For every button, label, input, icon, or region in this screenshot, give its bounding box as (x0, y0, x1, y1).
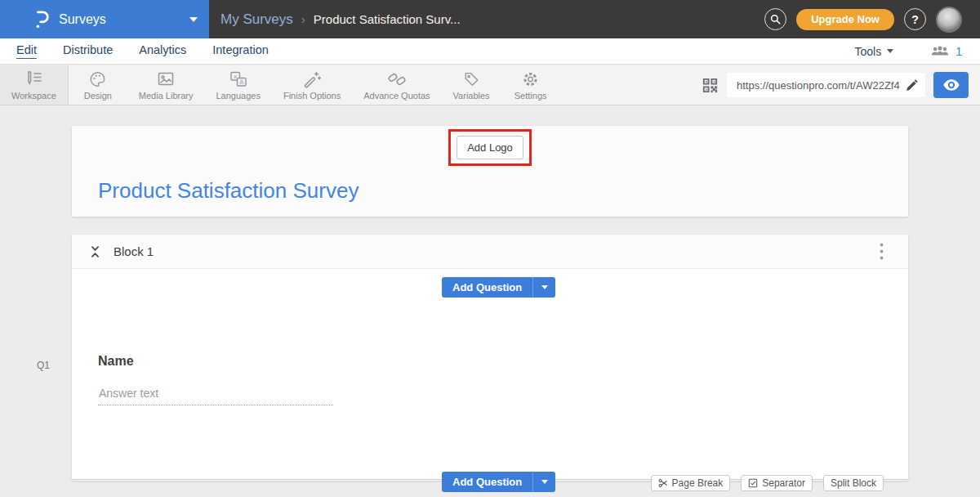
toolbar-item-design[interactable]: Design (69, 65, 127, 105)
avatar[interactable] (936, 7, 962, 33)
tab-distribute[interactable]: Distribute (63, 43, 113, 59)
translate-icon: x A (229, 70, 248, 88)
collaborators-button[interactable]: 1 (931, 45, 962, 58)
annotation-highlight-box: Add Logo (448, 129, 532, 166)
search-icon (769, 13, 782, 25)
answer-text-placeholder[interactable]: Answer text (99, 387, 158, 400)
block-header: Block 1 (72, 235, 908, 269)
chevron-down-icon (189, 17, 198, 22)
add-logo-button[interactable]: Add Logo (457, 136, 523, 159)
answer-input-line[interactable] (98, 405, 333, 405)
page-break-button[interactable]: Page Break (651, 475, 731, 491)
block-menu-button[interactable] (876, 240, 887, 263)
gear-icon (521, 70, 540, 88)
page-break-label: Page Break (672, 477, 724, 489)
page-break-icon (658, 478, 668, 488)
chevron-down-icon[interactable] (887, 49, 893, 53)
toolbar-item-languages[interactable]: x A Languages (204, 65, 271, 105)
collapse-block-button[interactable] (90, 245, 100, 258)
edit-url-button[interactable] (905, 78, 919, 92)
toolbar-item-media-library[interactable]: Media Library (127, 65, 205, 105)
add-question-button[interactable]: Add Question (442, 277, 533, 298)
chain-link-icon (387, 70, 407, 88)
toolbar-item-workspace[interactable]: Workspace (0, 65, 69, 105)
add-question-dropdown-button[interactable] (533, 277, 555, 298)
preview-button[interactable] (933, 72, 969, 98)
pencil-icon (905, 78, 919, 92)
add-question-dropdown-button[interactable] (533, 472, 555, 492)
app-name: Surveys (59, 12, 189, 27)
chevron-down-icon (541, 285, 548, 289)
block-card: Block 1 Add Question Name Answer text A (72, 235, 908, 481)
separator-label: Separator (762, 477, 805, 489)
survey-editor-canvas: Add Logo Product Satisfaction Survey Q1 … (0, 105, 980, 497)
workspace-icon (24, 70, 43, 88)
product-switcher[interactable]: Surveys (0, 0, 209, 38)
nav-tabs: Edit Distribute Analytics Integration (16, 43, 269, 59)
magic-wand-icon (302, 70, 322, 88)
toolbar-item-label: Advance Quotas (363, 91, 430, 101)
upgrade-now-button[interactable]: Upgrade Now (796, 9, 894, 30)
toolbar-item-finish-options[interactable]: Finish Options (272, 65, 352, 105)
survey-url[interactable]: https://questionpro.com/t/AW22Zf4 (737, 79, 905, 92)
survey-url-field[interactable]: https://questionpro.com/t/AW22Zf4 (727, 73, 925, 97)
section-nav: Edit Distribute Analytics Integration To… (0, 38, 980, 65)
question-number: Q1 (37, 360, 50, 371)
breadcrumb-parent[interactable]: My Surveys (220, 11, 293, 28)
qr-code-button[interactable] (702, 77, 719, 94)
toolbar-item-label: Design (84, 91, 112, 101)
block-name[interactable]: Block 1 (114, 244, 154, 258)
people-icon (931, 45, 949, 57)
svg-text:A: A (239, 78, 244, 85)
tools-dropdown[interactable]: Tools (855, 45, 882, 58)
split-block-button[interactable]: Split Block (823, 475, 884, 491)
toolbar-item-settings[interactable]: Settings (501, 65, 560, 105)
toolbar-item-label: Workspace (11, 91, 56, 101)
add-question-split-button: Add Question (442, 277, 555, 298)
nav-right: Tools 1 (855, 45, 962, 58)
block-body: Add Question Name Answer text (72, 269, 908, 480)
questionpro-logo (33, 10, 51, 29)
toolbar-right: https://questionpro.com/t/AW22Zf4 (702, 65, 980, 105)
toolbar-item-label: Languages (216, 91, 260, 101)
tag-icon (462, 70, 481, 88)
top-bar-actions: Upgrade Now ? (764, 7, 980, 33)
toolbar-item-label: Variables (453, 91, 490, 101)
kebab-menu-icon (880, 243, 884, 260)
breadcrumb-separator-icon: › (301, 12, 305, 26)
help-button[interactable]: ? (904, 8, 926, 30)
edit-toolbar: Workspace Design Media Library x (0, 65, 980, 105)
question-text[interactable]: Name (98, 354, 134, 369)
tab-analytics[interactable]: Analytics (139, 43, 186, 59)
top-bar-right: My Surveys › Product Satisfaction Surv..… (209, 0, 980, 38)
question-mark-icon: ? (911, 13, 919, 26)
collaborators-count: 1 (956, 45, 962, 58)
qr-code-icon (702, 77, 719, 94)
eye-icon (943, 79, 960, 91)
add-question-split-button: Add Question (442, 472, 555, 492)
collapse-icon (90, 245, 100, 258)
separator-button[interactable]: Separator (741, 475, 813, 491)
chevron-down-icon (541, 480, 548, 484)
search-button[interactable] (764, 8, 786, 30)
palette-icon (88, 70, 107, 88)
block-footer-buttons: Page Break Separator Split Block (651, 475, 884, 491)
toolbar-item-label: Media Library (139, 91, 194, 101)
toolbar-item-label: Finish Options (283, 91, 341, 101)
toolbar-item-variables[interactable]: Variables (442, 65, 501, 105)
split-block-label: Split Block (831, 477, 876, 489)
breadcrumb-current: Product Satisfaction Surv... (314, 12, 461, 26)
toolbar-item-advance-quotas[interactable]: Advance Quotas (352, 65, 441, 105)
survey-header-card: Add Logo Product Satisfaction Survey (72, 126, 908, 217)
svg-text:x: x (234, 73, 237, 79)
top-bar: Surveys My Surveys › Product Satisfactio… (0, 0, 980, 38)
tab-integration[interactable]: Integration (212, 43, 269, 59)
toolbar-item-label: Settings (514, 91, 547, 101)
tab-edit[interactable]: Edit (16, 43, 37, 59)
add-question-button[interactable]: Add Question (442, 472, 533, 492)
image-icon (156, 70, 176, 88)
separator-checkbox-icon (748, 478, 758, 488)
survey-title[interactable]: Product Satisfaction Survey (98, 178, 359, 204)
